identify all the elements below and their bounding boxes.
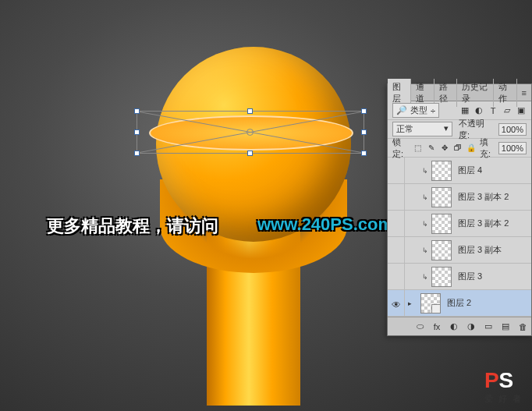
eye-icon: 👁 xyxy=(392,299,403,307)
search-icon: 🔎 xyxy=(396,105,407,115)
layer-name-label[interactable]: 图层 3 xyxy=(458,271,482,282)
layer-name-label[interactable]: 图层 3 副本 2 xyxy=(458,218,509,229)
kind-filter-select[interactable]: 🔎 类型 ÷ xyxy=(392,103,439,118)
blend-mode-value: 正常 xyxy=(396,123,413,135)
tab-actions[interactable]: 动作 xyxy=(494,79,517,107)
lock-all-icon[interactable]: 🔒 xyxy=(466,143,477,154)
visibility-toggle[interactable] xyxy=(389,184,405,210)
lock-position-icon[interactable]: ✥ xyxy=(439,143,450,154)
transform-handle-bm[interactable] xyxy=(247,151,253,156)
layer-item[interactable]: ↳图层 3 副本 xyxy=(388,237,531,264)
disclosure-icon[interactable]: ▸ xyxy=(408,299,417,307)
filter-shape-icon[interactable]: ▱ xyxy=(502,105,512,116)
layer-name-label[interactable]: 图层 2 xyxy=(447,297,471,309)
arrow-icon: ↳ xyxy=(422,193,428,201)
clip-indicator: ↳ xyxy=(408,220,428,228)
filter-adjust-icon[interactable]: ◐ xyxy=(473,105,484,116)
layer-thumbnail[interactable] xyxy=(431,187,452,207)
layer-thumbnail[interactable] xyxy=(420,293,441,314)
tab-history[interactable]: 历史记录 xyxy=(457,79,494,107)
opacity-value[interactable]: 100% xyxy=(498,123,527,136)
layer-thumbnail[interactable] xyxy=(431,267,452,287)
transform-handle-tm[interactable] xyxy=(247,108,253,114)
panel-menu-icon[interactable]: ≡ xyxy=(517,88,531,97)
fill-value[interactable]: 100% xyxy=(498,142,527,154)
visibility-toggle[interactable]: 👁 xyxy=(389,290,405,316)
visibility-toggle[interactable] xyxy=(389,237,405,263)
blend-row: 正常 ▾ 不透明度: 100% xyxy=(388,120,531,139)
layer-name-label[interactable]: 图层 3 副本 2 xyxy=(458,191,509,203)
watermark-text: 更多精品教程，请访问 xyxy=(47,214,218,238)
layer-name-label[interactable]: 图层 3 副本 xyxy=(458,244,502,256)
transform-center-point[interactable] xyxy=(246,129,254,136)
orange-neck xyxy=(207,226,300,406)
watermark-url: www.240PS.com xyxy=(257,214,393,235)
layer-item[interactable]: ↳图层 4 xyxy=(388,158,531,184)
arrow-icon: ↳ xyxy=(422,167,428,175)
panel-tabs: 图层 通道 路径 历史记录 动作 ≡ xyxy=(388,84,531,101)
layer-item[interactable]: ↳图层 3 副本 2 xyxy=(388,211,531,237)
clip-indicator: ↳ xyxy=(408,193,428,201)
layers-list: ↳图层 4↳图层 3 副本 2↳图层 3 副本 2↳图层 3 副本↳图层 3👁▸… xyxy=(388,158,531,317)
layer-item[interactable]: ↳图层 3 xyxy=(388,264,531,290)
transform-handle-bl[interactable] xyxy=(134,151,140,156)
lock-transparency-icon[interactable]: ⬚ xyxy=(413,143,424,154)
transform-handle-tr[interactable] xyxy=(361,108,367,114)
visibility-toggle[interactable] xyxy=(389,158,405,183)
group-icon[interactable]: ▭ xyxy=(483,321,494,332)
layer-item[interactable]: ↳图层 3 副本 2 xyxy=(388,184,531,211)
layer-thumbnail[interactable] xyxy=(431,240,452,260)
fx-icon[interactable]: fx xyxy=(431,321,442,332)
kind-label: 类型 xyxy=(410,105,427,116)
lock-artboard-icon[interactable]: 🗇 xyxy=(452,143,463,154)
dropdown-icon: ▾ xyxy=(444,123,449,135)
lock-label: 锁定: xyxy=(392,136,406,160)
mask-icon[interactable]: ◐ xyxy=(449,321,459,332)
site-logo: PS 爱 好 者 xyxy=(484,368,523,405)
filter-smart-icon[interactable]: ▣ xyxy=(516,105,527,116)
transform-bounding-box[interactable] xyxy=(137,111,364,154)
arrow-icon: ↳ xyxy=(422,220,428,228)
arrow-icon: ↳ xyxy=(422,246,428,254)
clip-indicator: ↳ xyxy=(408,273,428,281)
link-layers-icon[interactable]: ⬭ xyxy=(414,321,425,332)
transform-handle-tl[interactable] xyxy=(134,108,140,114)
panel-footer: ⬭ fx ◐ ◑ ▭ ▤ 🗑 xyxy=(388,317,531,335)
clip-indicator: ↳ xyxy=(408,167,428,175)
layer-name-label[interactable]: 图层 4 xyxy=(458,165,482,176)
transform-handle-mr[interactable] xyxy=(361,129,367,135)
arrow-icon: ↳ xyxy=(422,273,428,281)
lock-pixels-icon[interactable]: ✎ xyxy=(426,143,437,154)
dropdown-icon: ÷ xyxy=(431,106,435,115)
layer-item[interactable]: 👁▸图层 2 xyxy=(388,290,531,317)
trash-icon[interactable]: 🗑 xyxy=(517,321,528,332)
visibility-toggle[interactable] xyxy=(389,211,405,236)
layer-thumbnail[interactable] xyxy=(431,214,452,234)
filter-pixel-icon[interactable]: ▦ xyxy=(459,105,470,116)
layer-thumbnail[interactable] xyxy=(431,161,452,181)
blend-mode-select[interactable]: 正常 ▾ xyxy=(392,122,452,136)
filter-type-icon[interactable]: T xyxy=(488,105,498,116)
lock-row: 锁定: ⬚ ✎ ✥ 🗇 🔒 填充: 100% xyxy=(388,139,531,158)
visibility-toggle[interactable] xyxy=(389,264,405,289)
layers-panel: 图层 通道 路径 历史记录 动作 ≡ 🔎 类型 ÷ ▦ ◐ T ▱ ▣ 正常 ▾… xyxy=(387,83,532,336)
adjustment-icon[interactable]: ◑ xyxy=(466,321,477,332)
transform-handle-ml[interactable] xyxy=(134,129,140,135)
fill-label: 填充: xyxy=(480,136,494,160)
transform-handle-br[interactable] xyxy=(361,151,367,156)
clip-indicator: ↳ xyxy=(408,246,428,254)
new-layer-icon[interactable]: ▤ xyxy=(500,321,511,332)
